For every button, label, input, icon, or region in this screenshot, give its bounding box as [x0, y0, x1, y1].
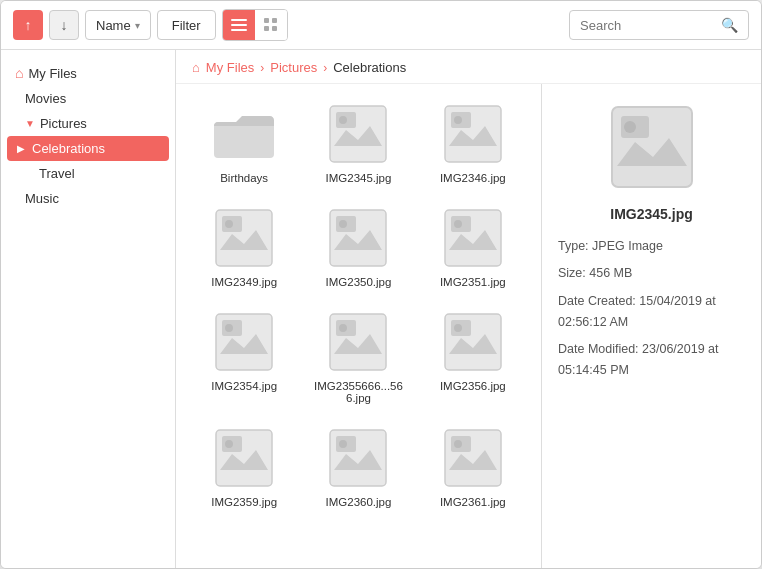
list-view-button[interactable]: [223, 10, 255, 40]
file-grid: Birthdays: [190, 94, 527, 514]
list-icon: [231, 18, 247, 32]
grid-view-button[interactable]: [255, 10, 287, 40]
image-icon-img2355666: [326, 310, 390, 374]
sidebar: ⌂ My Files Movies ▼ Pictures ▶ Celebrati…: [1, 50, 176, 568]
preview-filename: IMG2345.jpg: [610, 206, 692, 222]
file-item-img2346[interactable]: IMG2346.jpg: [419, 94, 527, 190]
svg-rect-4: [272, 18, 277, 23]
file-name-img2345: IMG2345.jpg: [326, 172, 392, 184]
preview-panel: IMG2345.jpg Type: JPEG Image Size: 456 M…: [541, 84, 761, 568]
svg-point-19: [339, 220, 347, 228]
svg-point-34: [225, 440, 233, 448]
file-name-img2351: IMG2351.jpg: [440, 276, 506, 288]
image-icon-img2356: [441, 310, 505, 374]
body: ⌂ My Files Movies ▼ Pictures ▶ Celebrati…: [1, 50, 761, 568]
breadcrumb-sep-1: ›: [260, 61, 264, 75]
breadcrumb-sep-2: ›: [323, 61, 327, 75]
svg-point-43: [624, 121, 636, 133]
file-item-img2354[interactable]: IMG2354.jpg: [190, 302, 298, 410]
bullet-icon: ▶: [17, 143, 25, 154]
chevron-down-icon: ▾: [135, 20, 140, 31]
file-item-img2349[interactable]: IMG2349.jpg: [190, 198, 298, 294]
image-icon-img2361: [441, 426, 505, 490]
svg-point-10: [339, 116, 347, 124]
preview-date-created: Date Created: 15/04/2019 at 02:56:12 AM: [558, 291, 745, 334]
sidebar-item-movies[interactable]: Movies: [1, 86, 175, 111]
breadcrumb-myfiles[interactable]: My Files: [206, 60, 254, 75]
expand-icon: ▼: [25, 118, 35, 129]
preview-type: Type: JPEG Image: [558, 236, 745, 257]
preview-image-icon: [607, 102, 697, 192]
file-item-img2350[interactable]: IMG2350.jpg: [304, 198, 412, 294]
file-name-img2349: IMG2349.jpg: [211, 276, 277, 288]
search-box: 🔍: [569, 10, 749, 40]
breadcrumb-pictures[interactable]: Pictures: [270, 60, 317, 75]
svg-rect-2: [231, 29, 247, 31]
sidebar-item-pictures[interactable]: ▼ Pictures: [1, 111, 175, 136]
image-icon-img2360: [326, 426, 390, 490]
svg-point-16: [225, 220, 233, 228]
svg-rect-6: [272, 26, 277, 31]
view-toggle: [222, 9, 288, 41]
file-item-img2351[interactable]: IMG2351.jpg: [419, 198, 527, 294]
breadcrumb-current: Celebrations: [333, 60, 406, 75]
svg-point-22: [454, 220, 462, 228]
svg-rect-3: [264, 18, 269, 23]
search-input[interactable]: [580, 18, 715, 33]
file-name-img2356: IMG2356.jpg: [440, 380, 506, 392]
sidebar-item-music[interactable]: Music: [1, 186, 175, 211]
sidebar-item-label: Travel: [39, 166, 75, 181]
image-icon-img2349: [212, 206, 276, 270]
main-content: ⌂ My Files › Pictures › Celebrations: [176, 50, 761, 568]
toolbar: ↑ ↓ Name ▾ Filter: [1, 1, 761, 50]
sidebar-item-myfiles[interactable]: ⌂ My Files: [1, 60, 175, 86]
svg-point-28: [339, 324, 347, 332]
sidebar-item-label: Celebrations: [32, 141, 105, 156]
svg-point-40: [454, 440, 462, 448]
sort-up-button[interactable]: ↑: [13, 10, 43, 40]
preview-size: Size: 456 MB: [558, 263, 745, 284]
home-icon: ⌂: [15, 65, 23, 81]
grid-icon: [264, 18, 278, 32]
image-icon-img2346: [441, 102, 505, 166]
svg-rect-7: [214, 122, 274, 158]
file-item-img2356[interactable]: IMG2356.jpg: [419, 302, 527, 410]
svg-point-37: [339, 440, 347, 448]
file-item-img2360[interactable]: IMG2360.jpg: [304, 418, 412, 514]
file-grid-container: Birthdays: [176, 84, 541, 568]
image-icon-img2359: [212, 426, 276, 490]
svg-rect-0: [231, 19, 247, 21]
sidebar-item-label: Music: [25, 191, 59, 206]
search-icon: 🔍: [721, 17, 738, 33]
svg-point-13: [454, 116, 462, 124]
name-dropdown[interactable]: Name ▾: [85, 10, 151, 40]
breadcrumb: ⌂ My Files › Pictures › Celebrations: [176, 50, 761, 84]
sidebar-root-label: My Files: [28, 66, 76, 81]
sidebar-item-travel[interactable]: Travel: [1, 161, 175, 186]
file-name-img2360: IMG2360.jpg: [326, 496, 392, 508]
file-item-img2359[interactable]: IMG2359.jpg: [190, 418, 298, 514]
file-name-birthdays: Birthdays: [220, 172, 268, 184]
filter-button[interactable]: Filter: [157, 10, 216, 40]
svg-rect-1: [231, 24, 247, 26]
file-name-img2355666: IMG2355666...566.jpg: [313, 380, 403, 404]
file-name-img2346: IMG2346.jpg: [440, 172, 506, 184]
home-breadcrumb-icon: ⌂: [192, 60, 200, 75]
file-item-img2355666[interactable]: IMG2355666...566.jpg: [304, 302, 412, 410]
file-item-img2361[interactable]: IMG2361.jpg: [419, 418, 527, 514]
sidebar-item-label: Movies: [25, 91, 66, 106]
image-icon-img2351: [441, 206, 505, 270]
image-icon-img2354: [212, 310, 276, 374]
file-name-img2361: IMG2361.jpg: [440, 496, 506, 508]
folder-icon-birthdays: [212, 102, 276, 166]
file-item-img2345[interactable]: IMG2345.jpg: [304, 94, 412, 190]
sidebar-item-celebrations[interactable]: ▶ Celebrations: [7, 136, 169, 161]
image-icon-img2345: [326, 102, 390, 166]
file-name-img2354: IMG2354.jpg: [211, 380, 277, 392]
file-item-birthdays[interactable]: Birthdays: [190, 94, 298, 190]
name-dropdown-label: Name: [96, 18, 131, 33]
preview-date-modified: Date Modified: 23/06/2019 at 05:14:45 PM: [558, 339, 745, 382]
preview-metadata: Type: JPEG Image Size: 456 MB Date Creat…: [558, 236, 745, 388]
sort-down-button[interactable]: ↓: [49, 10, 79, 40]
file-name-img2350: IMG2350.jpg: [326, 276, 392, 288]
